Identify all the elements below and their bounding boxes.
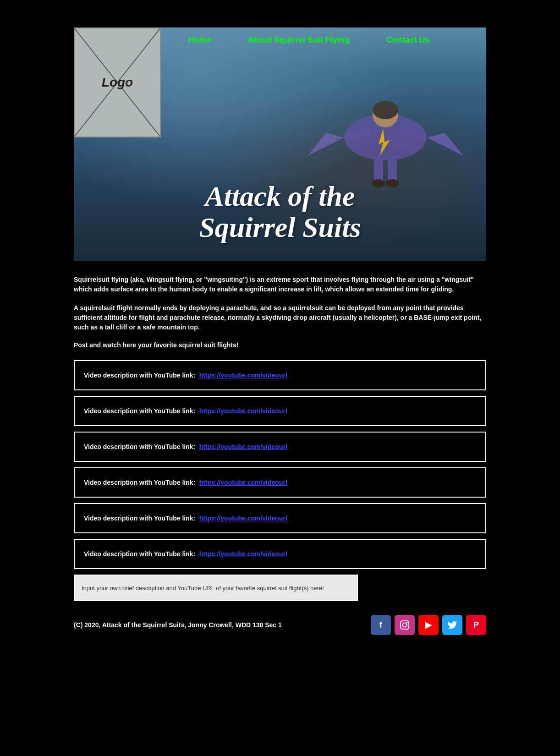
video-label-5: Video description with YouTube link: xyxy=(84,515,195,522)
input-placeholder-text: Input your own brief description and You… xyxy=(82,585,324,592)
svg-rect-14 xyxy=(401,621,409,629)
instagram-icon[interactable] xyxy=(395,615,415,635)
paragraph-2: A squirrelsuit flight normally ends by d… xyxy=(74,303,486,332)
video-link-3[interactable]: https://youtube.com/videourl xyxy=(199,443,287,450)
hero-title: Attack of the Squirrel Suits xyxy=(143,181,417,243)
svg-point-15 xyxy=(402,623,406,627)
logo-box: Logo xyxy=(74,27,161,137)
twitter-icon[interactable] xyxy=(442,615,462,635)
video-link-4[interactable]: https://youtube.com/videourl xyxy=(199,479,287,486)
video-box-2: Video description with YouTube link: htt… xyxy=(74,396,486,426)
pinterest-icon[interactable]: P xyxy=(466,615,486,635)
video-label-3: Video description with YouTube link: xyxy=(84,443,195,450)
svg-point-16 xyxy=(406,622,408,624)
nav-item-home[interactable]: Home xyxy=(188,35,211,45)
user-input-box[interactable]: Input your own brief description and You… xyxy=(74,575,358,601)
youtube-icon[interactable]: ▶ xyxy=(418,615,439,635)
facebook-icon[interactable]: f xyxy=(371,615,391,635)
hero-title-line2: Squirrel Suits xyxy=(143,212,417,243)
hero-title-line1: Attack of the xyxy=(143,181,417,212)
video-box-6: Video description with YouTube link: htt… xyxy=(74,539,486,569)
nav-item-contact[interactable]: Contact Us xyxy=(386,35,430,45)
logo-text: Logo xyxy=(102,75,133,90)
video-label-1: Video description with YouTube link: xyxy=(84,372,195,379)
footer-copyright: (C) 2020, Attack of the Squirrel Suits, … xyxy=(74,621,282,629)
video-link-2[interactable]: https://youtube.com/videourl xyxy=(199,407,287,415)
social-icons-group: f ▶ P xyxy=(371,615,486,635)
video-box-5: Video description with YouTube link: htt… xyxy=(74,503,486,533)
video-box-3: Video description with YouTube link: htt… xyxy=(74,432,486,462)
video-label-2: Video description with YouTube link: xyxy=(84,407,195,415)
footer: (C) 2020, Attack of the Squirrel Suits, … xyxy=(74,615,486,653)
navigation: Home About Squirrel Suit Flying Contact … xyxy=(161,27,486,53)
svg-marker-3 xyxy=(307,133,344,156)
video-box-4: Video description with YouTube link: htt… xyxy=(74,467,486,498)
main-content: Squirrelsuit flying (aka, Wingsuit flyin… xyxy=(74,261,486,663)
video-box-1: Video description with YouTube link: htt… xyxy=(74,360,486,390)
post-invite: Post and watch here your favorite squirr… xyxy=(74,341,486,349)
video-link-1[interactable]: https://youtube.com/videourl xyxy=(199,372,287,379)
hero-section: Logo Home About Squirrel Suit Flying Con… xyxy=(74,27,486,261)
paragraph-1: Squirrelsuit flying (aka, Wingsuit flyin… xyxy=(74,275,486,294)
video-link-5[interactable]: https://youtube.com/videourl xyxy=(199,515,287,522)
video-label-6: Video description with YouTube link: xyxy=(84,550,195,558)
nav-item-about[interactable]: About Squirrel Suit Flying xyxy=(248,35,350,45)
svg-point-6 xyxy=(373,101,398,119)
svg-marker-4 xyxy=(427,133,463,156)
video-link-6[interactable]: https://youtube.com/videourl xyxy=(199,550,287,558)
page-wrapper: Logo Home About Squirrel Suit Flying Con… xyxy=(74,0,486,663)
video-label-4: Video description with YouTube link: xyxy=(84,479,195,486)
